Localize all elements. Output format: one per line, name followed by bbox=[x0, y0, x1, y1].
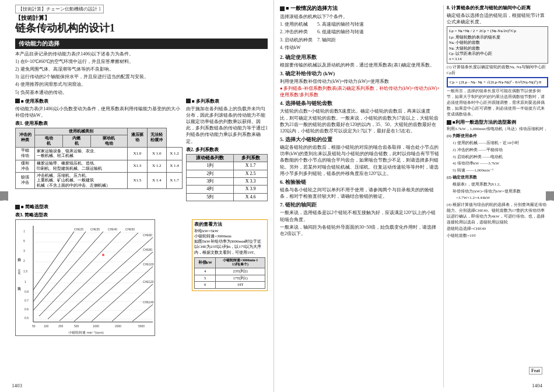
svg-text:CHE35: CHE35 bbox=[90, 228, 100, 231]
table1-sub-electric: 电动机 bbox=[35, 135, 63, 148]
selection-chart: 补偿 kW 负荷 0.5 0.6 0.7 0.8 bbox=[15, 219, 155, 336]
table1-row3-h: X1.5 bbox=[128, 172, 147, 188]
step5-text: 确定各链轮的的齿数后，根据小链轮的对应的啮合齿条取得，啮合处小节点的功率(kW)… bbox=[280, 144, 440, 177]
svg-text:CHE50: CHE50 bbox=[125, 228, 135, 231]
table1-row1-b: X 1.0 bbox=[147, 148, 166, 160]
table1-row1-shock: 平稳传动 bbox=[16, 148, 35, 160]
table1-row1-h: X1.0 bbox=[128, 148, 147, 160]
example-step2: (2) 确定使用系数 根据表1，使用系数为X1.2。 补偿传动力(kW)=传动力… bbox=[447, 175, 548, 201]
table2-title: 表2. 多列系数表 bbox=[186, 146, 268, 153]
formula-cp-box: Cp = {2Lp - N₁- N₂ + √(2Lp-N₁-N₂)² - 8/π… bbox=[447, 77, 548, 88]
svg-text:0.6: 0.6 bbox=[24, 307, 29, 311]
svg-text:CHE140: CHE140 bbox=[143, 300, 154, 304]
step2-text: 根据要传输的机械以及原动机的种类，通过使用系数表(表1)确定使用系数。 bbox=[280, 62, 440, 68]
svg-text:CHE25: CHE25 bbox=[74, 228, 83, 231]
table1: 冲击的种类 使用机械类别 液压驱动 无法轻松缓冲 电动机 内燃机 驱动机电动 bbox=[15, 128, 183, 189]
bullet-multi bbox=[186, 99, 191, 103]
svg-text:0.7: 0.7 bbox=[24, 299, 29, 302]
bullet-example bbox=[447, 120, 451, 125]
table1-row1-desc: 家家运输设备、链床运输、农业、一般机械、轻工机械 bbox=[35, 148, 128, 160]
svg-text:CHE100: CHE100 bbox=[143, 262, 154, 266]
table2: 滚动链条列数 多列系数 1列X 1.7 2列X 2.5 3列X 3.3 4列X … bbox=[186, 154, 268, 201]
svg-line-43 bbox=[132, 304, 153, 321]
step3-title: 3. 确定补给传动力 (kW) bbox=[280, 70, 440, 78]
table2-row1-factor: X 1.7 bbox=[234, 162, 268, 170]
multi-factor-text: 由于施加在各列链条上的负载并未均匀分布，因此多列滚链条的传动能力不能以额定功率链… bbox=[186, 106, 268, 145]
selection-title: ■ 简略选型表 bbox=[21, 204, 48, 210]
example-title: ■利用一般选型方法的选型案例 bbox=[453, 119, 516, 125]
svg-line-37 bbox=[39, 232, 121, 316]
small-table-r3c1: 6 bbox=[195, 282, 216, 288]
table1-row2-nb: X 1.4 bbox=[167, 160, 183, 172]
page-number-left: 1403 bbox=[12, 383, 22, 388]
breadcrumb: 【技術計算】チェーン伝動機構の設計 1 bbox=[15, 5, 104, 13]
formula-var-lp: Lp: 用链轮数的表示的链长度 bbox=[449, 34, 546, 40]
general-section-title: ■ 一般情况的选择方法 bbox=[286, 5, 338, 12]
table2-row4-count: 4列 bbox=[187, 186, 234, 193]
step6-title: 6. 检验验链 bbox=[280, 178, 440, 186]
table2-col-rows: 滚动链条列数 bbox=[187, 154, 234, 162]
table1-title: 表1. 使用系数表 bbox=[15, 120, 183, 127]
page-right: ■ 一般情况的选择方法 选择滚链条的机构以下7个条件。 1. 使用的机械 2. … bbox=[274, 0, 554, 392]
table2-row1-count: 1列 bbox=[187, 162, 234, 170]
table2-row5-count: 5列 bbox=[187, 193, 234, 201]
formula-var-pi: π ≈ 3.14 bbox=[449, 56, 546, 61]
table1-col-buffer: 无法轻松缓冲 bbox=[147, 128, 166, 148]
table1-col-machine: 使用机械类别 bbox=[35, 128, 128, 135]
formula-note2: 一般而言，选择的链条长度尽可能在偶数节以便多倒节，如果大于制约的约的约果法选用偶… bbox=[447, 89, 548, 117]
svg-text:0.8: 0.8 bbox=[24, 290, 29, 293]
feat-label: Feat bbox=[529, 367, 542, 374]
step1-intro: 选择滚链条的机构以下7个条件。 1. 使用的机械 2. 冲击的种类 3. 启动机… bbox=[280, 13, 440, 52]
table1-row1-nb: X 1.2 bbox=[167, 148, 183, 160]
small-table-r2c2: 17T(列1) bbox=[216, 275, 265, 281]
svg-text:50: 50 bbox=[32, 324, 36, 328]
formula-note1: (1) 计算链条长度以确定链轮的齿数N₁, N₂与轴间中心距Cp后 bbox=[447, 65, 548, 76]
svg-line-41 bbox=[92, 267, 153, 321]
svg-line-34 bbox=[33, 232, 74, 290]
section1-intro: 本产品目录记录的传动能力表(P.1406)以下述各力为条件。 1) 在0~10℃… bbox=[15, 51, 268, 96]
formula-var-n1: N₁: 小链轮的齿数 bbox=[449, 40, 546, 45]
svg-point-53 bbox=[102, 254, 104, 256]
table1-col-hydraulic: 液压驱动 bbox=[128, 128, 147, 148]
page-title: 链条传动机构的设计1 bbox=[15, 22, 268, 35]
svg-text:小链轮转速 min⁻¹(rpm): 小链轮转速 min⁻¹(rpm) bbox=[68, 331, 104, 334]
usage-factor-text: 传动能力表(P.1406)以小负数变动为条件，使用系数表利用传输能力基变的的大小… bbox=[15, 106, 183, 118]
svg-line-40 bbox=[74, 252, 153, 321]
table2-row3-factor: X 3.3 bbox=[234, 178, 268, 186]
svg-text:CHE60: CHE60 bbox=[143, 233, 152, 237]
bullet-general bbox=[280, 6, 285, 11]
step6-text: 链条与各小链轮之间可以单列不用于使用，请参阅两个与目录相关的的验链条，相对于检验… bbox=[280, 187, 440, 200]
step7-text: 一般来说，选用链条是以2个链轮不相互接触为好，应该满足120°以上的小链轮啮合角… bbox=[280, 209, 440, 237]
small-table-r1c1: 4 bbox=[195, 268, 216, 275]
svg-text:负荷: 负荷 bbox=[17, 287, 21, 290]
step3-text: 利用使用系数补偿传动力(kW)=传动力(kW)×使用系数 ● 多列链条-补偿系数… bbox=[280, 78, 440, 98]
bullet-usage bbox=[15, 99, 20, 103]
table1-row3-b: X 1.4 bbox=[147, 172, 166, 188]
svg-text:1: 1 bbox=[24, 280, 26, 284]
step4-text: 大链轮的点数=小链轮的齿数X速度比。确定小链轮的齿数后，再来以速度比，则可确定大… bbox=[280, 108, 440, 134]
small-table-r1c2: 23T(列2) bbox=[216, 268, 265, 275]
svg-line-38 bbox=[48, 233, 138, 319]
table3-title: 表3. 简略选型表 bbox=[15, 212, 268, 218]
example-text: 利用3.7kW，1,000min/传电动机（马达）传动压缩机时， (1) 判断使… bbox=[447, 127, 548, 174]
small-table-r3c2: 19T bbox=[216, 282, 265, 288]
table1-row3-shock: 较强冲击 bbox=[16, 172, 35, 188]
formula-box: Lp = N₁+N₂ / 2 + 2Cp + (N₂-N₁/2π)²/Cp Lp… bbox=[447, 26, 548, 63]
bullet-selection bbox=[15, 205, 20, 209]
multi-factor-title: ■ 多列系数表 bbox=[192, 98, 219, 104]
table1-row2-b: X 1.2 bbox=[147, 160, 166, 172]
lookup-title: 表的查看方法 bbox=[194, 222, 265, 228]
table2-row2-factor: X 2.5 bbox=[234, 170, 268, 177]
svg-text:2: 2 bbox=[23, 259, 25, 262]
svg-text:5000: 5000 bbox=[138, 324, 145, 328]
example-step4: (4) 根据计算值与综合的轮的选择表，分别查询最近传动能力。分别选择CHE40。… bbox=[447, 202, 548, 239]
small-table-col2: 小链轮转速=3000min-113列(单个) bbox=[216, 257, 265, 268]
page-spread: 技術参考 【技術計算】チェーン伝動機構の設計 1 【技術計算】 链条传动机构的设… bbox=[0, 0, 554, 392]
svg-text:100: 100 bbox=[44, 324, 49, 328]
lookup-box: 表的查看方法 补给kW=5kW 小链轮转速=3000min 如图5kW补给功率为… bbox=[192, 219, 268, 290]
svg-text:200: 200 bbox=[58, 324, 64, 328]
table2-row2-count: 2列 bbox=[187, 170, 234, 177]
title-prefix: 【技術計算】 bbox=[15, 15, 50, 21]
svg-text:补偿: 补偿 bbox=[17, 258, 21, 262]
table1-sub-internal: 内燃机 bbox=[63, 135, 91, 148]
